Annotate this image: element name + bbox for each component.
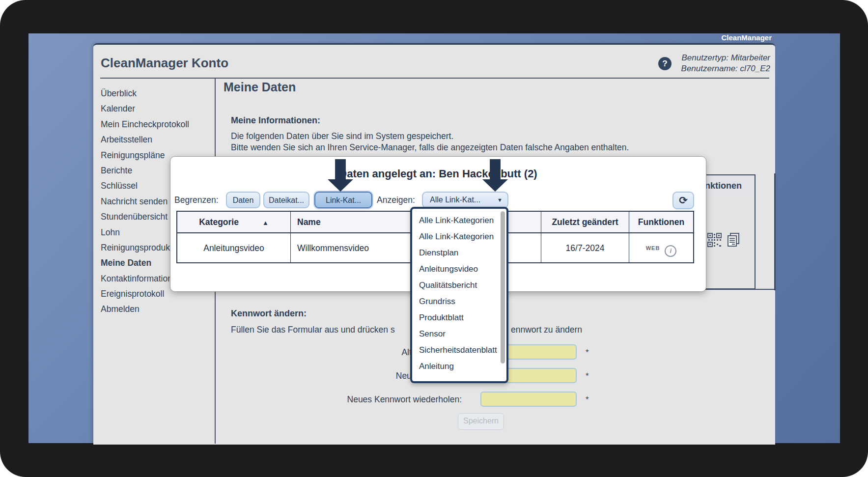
username-label: Benutzername: cl70_E2 [681, 63, 770, 74]
dropdown-option[interactable]: Grundriss [412, 293, 506, 309]
user-info: Benutzertyp: Mitarbeiter Benutzername: c… [681, 53, 770, 74]
cell-geaendert: 16/7-2024 [541, 233, 629, 263]
save-button[interactable]: Speichern [458, 413, 504, 430]
page-title: CleanManager Konto [101, 56, 228, 71]
content-right-border [774, 173, 776, 290]
link-category-dropdown-menu: Alle Link-Kategorien Alle Link-Kategorie… [410, 207, 508, 383]
section-heading: Meine Daten [224, 80, 296, 94]
column-header-geaendert[interactable]: Zuletzt geändert [541, 212, 629, 232]
repeat-password-field[interactable] [480, 392, 577, 407]
sort-ascending-icon: ▲ [262, 219, 269, 226]
help-icon[interactable]: ? [658, 57, 672, 70]
cell-funktionen: WEBi [629, 233, 693, 263]
dropdown-option[interactable]: Sensor [412, 326, 506, 342]
sidebar-item-ueberblick[interactable]: Überblick [101, 86, 219, 101]
required-marker: * [586, 344, 589, 361]
cell-kategorie: Anleitungsvideo [177, 233, 290, 263]
anzeigen-label: Anzeigen: [377, 192, 415, 208]
required-marker: * [586, 392, 589, 408]
dropdown-option[interactable]: Alle Link-Kategorien [412, 228, 506, 245]
dropdown-option[interactable]: Anleitung [412, 358, 506, 374]
dropdown-scrollbar[interactable] [501, 211, 505, 364]
select-value: Alle Link-Kat... [430, 196, 480, 204]
info-heading: Meine Informationen: [231, 115, 320, 126]
web-link-label[interactable]: WEB [646, 245, 660, 251]
sidebar-item-kalender[interactable]: Kalender [101, 101, 219, 116]
sidebar-item-abmelden[interactable]: Abmelden [101, 302, 219, 317]
copy-document-icon[interactable] [726, 232, 742, 248]
refresh-button[interactable]: ⟳ [672, 192, 694, 209]
qr-code-icon[interactable] [707, 233, 722, 247]
repeat-password-row: Neues Kennwort wiederholen: * [93, 392, 775, 408]
column-header-funktionen: Funktionen [629, 212, 693, 232]
dropdown-option[interactable]: Alle Link-Kategorien [412, 212, 506, 228]
dropdown-option[interactable]: Qualitätsbericht [412, 277, 506, 293]
info-text-line2: Bitte wenden Sie sich an Ihren Service-M… [231, 142, 629, 153]
dropdown-option[interactable]: Produktblatt [412, 309, 506, 326]
dropdown-option[interactable]: Sicherheitsdatenblatt [412, 342, 506, 358]
required-marker: * [586, 368, 589, 384]
usertype-label: Benutzertyp: Mitarbeiter [681, 53, 770, 63]
browser-brand-label: CleanManager [721, 32, 772, 43]
screenshot-canvas: CleanManager CleanManager Konto ? Benutz… [0, 0, 868, 477]
sidebar-item-arbeitsstellen[interactable]: Arbeitsstellen [101, 132, 219, 147]
password-heading: Kennwort ändern: [231, 309, 307, 319]
dialog-title: Daten angelegt an: Ben Hackenbutt (2) [170, 168, 706, 180]
filter-linkkat-button[interactable]: Link-Kat... [314, 192, 372, 208]
password-intro-left: Füllen Sie das Formular aus und drücken … [231, 325, 395, 335]
sidebar-item-eincheckprotokoll[interactable]: Mein Eincheckprotokoll [101, 117, 219, 132]
column-header-kategorie[interactable]: Kategorie▲ [177, 212, 290, 232]
repeat-password-label: Neues Kennwort wiederholen: [241, 392, 462, 408]
header-divider [100, 78, 769, 79]
info-icon[interactable]: i [665, 245, 676, 257]
link-category-select[interactable]: Alle Link-Kat... ▼ [422, 192, 508, 208]
filter-dateikat-button[interactable]: Dateikat... [263, 192, 309, 208]
refresh-icon: ⟳ [679, 195, 688, 206]
password-intro-right: ennwort zu ändern [511, 325, 582, 335]
dropdown-option[interactable]: Anleitungsvideo [412, 261, 506, 277]
begrenzen-label: Begrenzen: [174, 192, 219, 208]
filter-daten-button[interactable]: Daten [226, 192, 260, 208]
dropdown-option[interactable]: Dienstplan [412, 245, 506, 261]
info-text-line1: Die folgenden Daten über Sie sind im Sys… [231, 131, 453, 141]
chevron-down-icon: ▼ [497, 193, 503, 207]
